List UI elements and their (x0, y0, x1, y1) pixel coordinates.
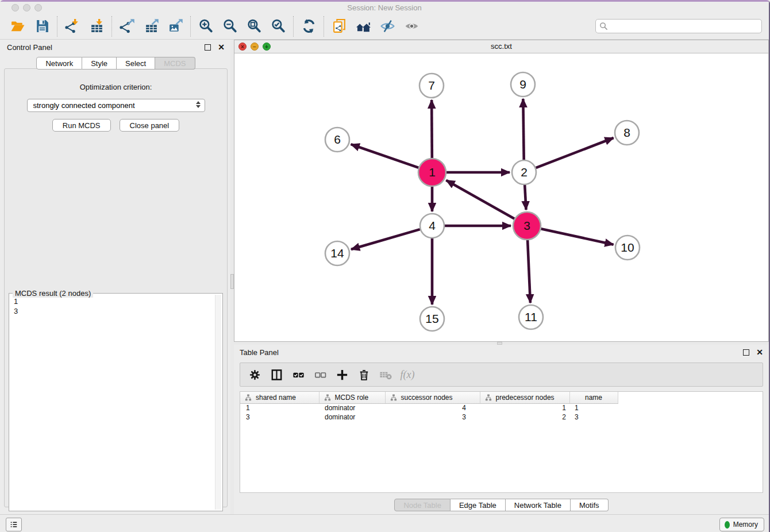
column-header-MCDS-role[interactable]: MCDS role (319, 392, 385, 403)
table-tab-edge-table[interactable]: Edge Table (451, 499, 506, 511)
toolbar-icons-group (6, 16, 424, 37)
table-cell[interactable]: 1 (569, 403, 618, 413)
edge-2-8[interactable] (536, 138, 614, 168)
close-panel-button[interactable]: Close panel (120, 119, 180, 132)
graph-node-2[interactable]: 2 (512, 160, 536, 184)
import-table-button[interactable] (84, 16, 109, 37)
zoom-in-button[interactable] (194, 16, 218, 37)
control-panel-tabs: NetworkStyleSelectMCDS (1, 57, 230, 70)
window-titlebar: Session: New Session (0, 2, 769, 13)
table-panel-float-icon[interactable] (743, 349, 749, 356)
attribute-icon (245, 394, 252, 401)
table-cell[interactable]: 3 (569, 413, 618, 422)
table-cell[interactable]: 1 (480, 403, 569, 413)
table-cell[interactable]: dominator (319, 403, 385, 413)
network-graph[interactable]: 7968124314101511 (234, 53, 768, 341)
edge-2-3[interactable] (525, 185, 526, 210)
home-layout-button[interactable] (351, 16, 375, 37)
graph-node-10[interactable]: 10 (615, 236, 640, 260)
edge-1-6[interactable] (351, 144, 419, 168)
delete-column-button[interactable] (354, 365, 374, 384)
add-column-icon (336, 368, 349, 381)
show-columns-button[interactable] (267, 365, 286, 384)
svg-text:6: 6 (334, 133, 341, 146)
memory-button[interactable]: Memory (719, 518, 764, 531)
optimization-criterion-dropdown[interactable]: strongly connected component (27, 99, 205, 112)
graph-node-14[interactable]: 14 (325, 241, 349, 265)
edge-2-9[interactable] (523, 99, 523, 160)
run-mcds-button[interactable]: Run MCDS (52, 119, 111, 132)
graph-node-8[interactable]: 8 (615, 121, 639, 145)
graph-node-7[interactable]: 7 (419, 74, 444, 98)
svg-text:15: 15 (425, 312, 438, 325)
show-panels-button[interactable] (399, 16, 424, 37)
search-input[interactable] (595, 19, 762, 33)
column-header-successor-nodes[interactable]: successor nodes (385, 392, 480, 403)
tab-network[interactable]: Network (36, 57, 82, 70)
table-cell[interactable]: 1 (240, 403, 319, 413)
settings-button[interactable] (245, 365, 264, 384)
table-row[interactable]: 3dominator323 (240, 413, 618, 422)
edge-1-7[interactable] (432, 100, 432, 158)
graph-node-15[interactable]: 15 (420, 307, 444, 331)
table-cell[interactable]: 3 (240, 413, 319, 422)
tab-style[interactable]: Style (82, 57, 117, 70)
import-network-button[interactable] (60, 16, 84, 37)
export-image-icon (168, 18, 183, 34)
network-view-title: scc.txt (234, 42, 768, 51)
refresh-layout-button[interactable] (297, 16, 321, 37)
control-panel-close-icon[interactable]: ✕ (218, 44, 225, 51)
tab-select[interactable]: Select (117, 57, 155, 70)
open-file-button[interactable] (6, 16, 30, 37)
table-cell[interactable]: 4 (385, 403, 480, 413)
clone-network-button[interactable] (327, 16, 351, 37)
tab-mcds[interactable]: MCDS (155, 57, 195, 70)
edge-3-10[interactable] (541, 229, 613, 244)
control-panel-float-icon[interactable] (205, 44, 211, 51)
mcds-panel: Optimization criterion: strongly connect… (4, 68, 228, 507)
table-tab-node-table[interactable]: Node Table (394, 499, 451, 511)
table-tab-network-table[interactable]: Network Table (506, 499, 571, 511)
delete-table-icon (379, 368, 392, 381)
mcds-result-text[interactable]: 1 3 (10, 295, 214, 510)
zoom-selected-button[interactable] (266, 16, 290, 37)
add-column-button[interactable] (332, 365, 352, 384)
export-table-button[interactable] (139, 16, 163, 37)
graph-node-11[interactable]: 11 (519, 305, 543, 329)
hide-panels-button[interactable] (375, 16, 399, 37)
svg-text:9: 9 (519, 78, 526, 91)
zoom-out-button[interactable] (218, 16, 242, 37)
node-table: shared nameMCDS rolesuccessor nodesprede… (240, 392, 618, 422)
search-icon (599, 22, 608, 30)
graph-node-3[interactable]: 3 (513, 212, 541, 240)
zoom-fit-button[interactable] (242, 16, 266, 37)
export-network-button[interactable] (115, 16, 139, 37)
select-all-button[interactable] (288, 365, 308, 384)
zoom-out-icon (222, 18, 238, 34)
graph-node-4[interactable]: 4 (420, 214, 444, 238)
table-panel-close-icon[interactable]: ✕ (756, 349, 763, 356)
graph-node-6[interactable]: 6 (325, 128, 349, 152)
save-session-button[interactable] (30, 16, 54, 37)
edge-3-1[interactable] (446, 180, 514, 219)
task-history-button[interactable] (6, 518, 22, 531)
column-header-name[interactable]: name (569, 392, 618, 403)
toolbar-separator (324, 16, 324, 37)
export-image-button[interactable] (163, 16, 187, 37)
table-cell[interactable]: 3 (385, 413, 480, 422)
column-header-predecessor-nodes[interactable]: predecessor nodes (480, 392, 569, 403)
table-cell[interactable]: 2 (480, 413, 569, 422)
table-tab-motifs[interactable]: Motifs (571, 499, 609, 511)
dropdown-selected-value: strongly connected component (33, 101, 135, 110)
graph-node-9[interactable]: 9 (511, 72, 535, 97)
mcds-result-scrollbar[interactable] (215, 295, 221, 510)
deselect-all-button[interactable] (310, 365, 330, 384)
import-table-icon (89, 18, 105, 34)
table-cell[interactable]: dominator (319, 413, 385, 422)
edge-4-14[interactable] (351, 229, 420, 249)
edge-3-11[interactable] (528, 240, 530, 303)
graph-node-1[interactable]: 1 (418, 159, 446, 186)
column-header-shared-name[interactable]: shared name (240, 392, 319, 403)
application-window: Session: New Session Control Panel ✕ Net… (0, 0, 770, 532)
table-row[interactable]: 1dominator411 (240, 403, 618, 413)
